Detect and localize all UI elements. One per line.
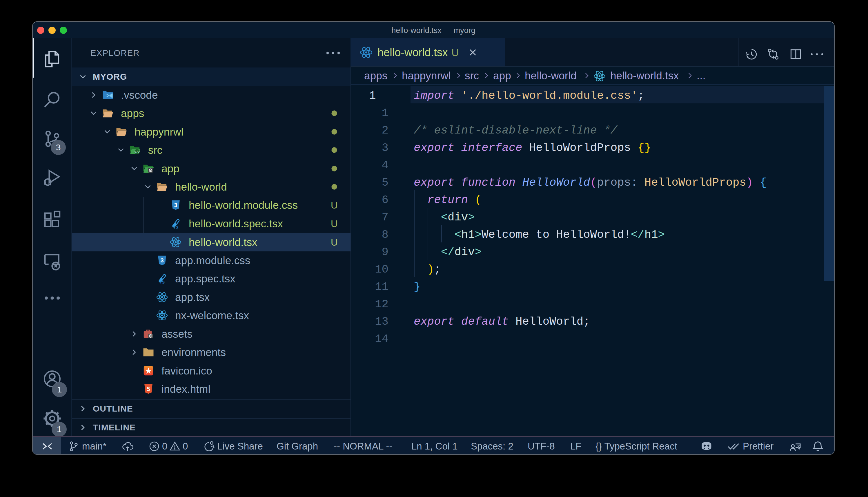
svg-text:5: 5 (147, 386, 150, 392)
svg-text:3: 3 (160, 257, 164, 264)
svg-text:TS: TS (160, 280, 165, 284)
svg-text:TS: TS (174, 225, 178, 229)
svg-text:</>: </> (134, 150, 140, 154)
svg-text:3: 3 (174, 202, 177, 208)
